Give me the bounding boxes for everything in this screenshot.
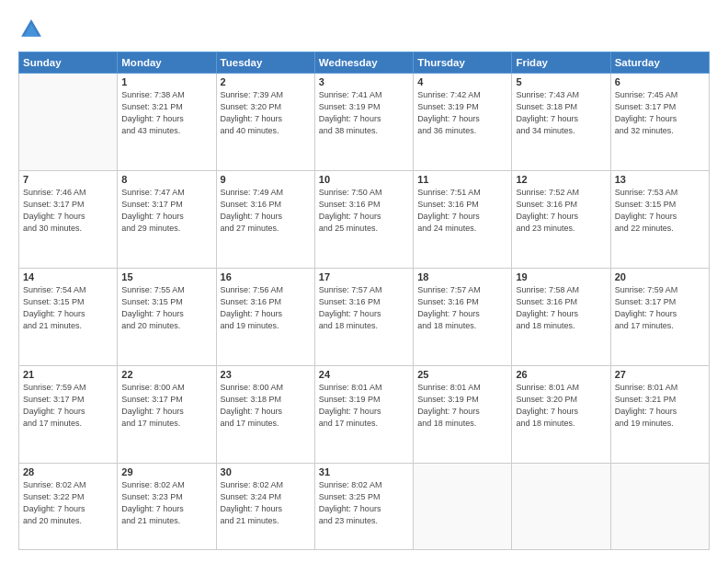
page: SundayMondayTuesdayWednesdayThursdayFrid… bbox=[0, 0, 728, 563]
day-info: Sunrise: 7:51 AM Sunset: 3:16 PM Dayligh… bbox=[417, 187, 507, 235]
weekday-header-thursday: Thursday bbox=[414, 52, 512, 74]
day-info: Sunrise: 7:57 AM Sunset: 3:16 PM Dayligh… bbox=[417, 284, 507, 332]
day-number: 14 bbox=[23, 271, 113, 282]
day-info: Sunrise: 7:49 AM Sunset: 3:16 PM Dayligh… bbox=[221, 187, 311, 235]
day-number: 20 bbox=[615, 271, 705, 282]
calendar-cell: 13Sunrise: 7:53 AM Sunset: 3:15 PM Dayli… bbox=[610, 171, 709, 269]
day-info: Sunrise: 7:45 AM Sunset: 3:17 PM Dayligh… bbox=[615, 89, 705, 137]
day-number: 3 bbox=[319, 76, 409, 87]
day-info: Sunrise: 8:02 AM Sunset: 3:25 PM Dayligh… bbox=[319, 479, 409, 527]
day-info: Sunrise: 8:00 AM Sunset: 3:17 PM Dayligh… bbox=[121, 382, 211, 430]
day-info: Sunrise: 8:02 AM Sunset: 3:24 PM Dayligh… bbox=[221, 479, 311, 527]
calendar-cell bbox=[610, 464, 709, 550]
day-info: Sunrise: 7:53 AM Sunset: 3:15 PM Dayligh… bbox=[615, 187, 705, 235]
calendar-cell: 2Sunrise: 7:39 AM Sunset: 3:20 PM Daylig… bbox=[216, 74, 314, 171]
day-info: Sunrise: 8:01 AM Sunset: 3:20 PM Dayligh… bbox=[516, 382, 606, 430]
day-info: Sunrise: 7:59 AM Sunset: 3:17 PM Dayligh… bbox=[615, 284, 705, 332]
day-number: 16 bbox=[221, 271, 311, 282]
day-number: 25 bbox=[417, 369, 507, 380]
calendar-cell: 5Sunrise: 7:43 AM Sunset: 3:18 PM Daylig… bbox=[512, 74, 610, 171]
day-number: 11 bbox=[417, 174, 507, 185]
calendar-cell: 25Sunrise: 8:01 AM Sunset: 3:19 PM Dayli… bbox=[414, 366, 512, 464]
calendar-cell: 24Sunrise: 8:01 AM Sunset: 3:19 PM Dayli… bbox=[314, 366, 413, 464]
calendar-cell: 10Sunrise: 7:50 AM Sunset: 3:16 PM Dayli… bbox=[314, 171, 413, 269]
weekday-header-saturday: Saturday bbox=[610, 52, 709, 74]
day-number: 28 bbox=[23, 466, 113, 477]
day-number: 29 bbox=[121, 466, 211, 477]
day-info: Sunrise: 7:56 AM Sunset: 3:16 PM Dayligh… bbox=[221, 284, 311, 332]
day-number: 24 bbox=[319, 369, 409, 380]
day-info: Sunrise: 7:41 AM Sunset: 3:19 PM Dayligh… bbox=[319, 89, 409, 137]
day-info: Sunrise: 7:54 AM Sunset: 3:15 PM Dayligh… bbox=[23, 284, 113, 332]
day-number: 8 bbox=[121, 174, 211, 185]
calendar-cell: 23Sunrise: 8:00 AM Sunset: 3:18 PM Dayli… bbox=[216, 366, 314, 464]
calendar-cell: 16Sunrise: 7:56 AM Sunset: 3:16 PM Dayli… bbox=[216, 269, 314, 366]
header bbox=[18, 17, 710, 42]
week-row-4: 28Sunrise: 8:02 AM Sunset: 3:22 PM Dayli… bbox=[19, 464, 710, 550]
calendar-cell: 26Sunrise: 8:01 AM Sunset: 3:20 PM Dayli… bbox=[512, 366, 610, 464]
day-info: Sunrise: 7:52 AM Sunset: 3:16 PM Dayligh… bbox=[516, 187, 606, 235]
calendar-cell: 11Sunrise: 7:51 AM Sunset: 3:16 PM Dayli… bbox=[414, 171, 512, 269]
calendar-cell bbox=[19, 74, 118, 171]
calendar-cell: 14Sunrise: 7:54 AM Sunset: 3:15 PM Dayli… bbox=[19, 269, 118, 366]
day-number: 27 bbox=[615, 369, 705, 380]
day-number: 23 bbox=[221, 369, 311, 380]
calendar-cell: 30Sunrise: 8:02 AM Sunset: 3:24 PM Dayli… bbox=[216, 464, 314, 550]
day-info: Sunrise: 8:01 AM Sunset: 3:19 PM Dayligh… bbox=[319, 382, 409, 430]
week-row-3: 21Sunrise: 7:59 AM Sunset: 3:17 PM Dayli… bbox=[19, 366, 710, 464]
calendar-cell: 28Sunrise: 8:02 AM Sunset: 3:22 PM Dayli… bbox=[19, 464, 118, 550]
day-info: Sunrise: 7:47 AM Sunset: 3:17 PM Dayligh… bbox=[121, 187, 211, 235]
calendar-cell: 27Sunrise: 8:01 AM Sunset: 3:21 PM Dayli… bbox=[610, 366, 709, 464]
day-info: Sunrise: 7:39 AM Sunset: 3:20 PM Dayligh… bbox=[221, 89, 311, 137]
calendar-cell: 4Sunrise: 7:42 AM Sunset: 3:19 PM Daylig… bbox=[414, 74, 512, 171]
week-row-2: 14Sunrise: 7:54 AM Sunset: 3:15 PM Dayli… bbox=[19, 269, 710, 366]
day-number: 12 bbox=[516, 174, 606, 185]
weekday-header-monday: Monday bbox=[118, 52, 216, 74]
day-number: 6 bbox=[615, 76, 705, 87]
calendar-cell: 12Sunrise: 7:52 AM Sunset: 3:16 PM Dayli… bbox=[512, 171, 610, 269]
calendar-cell: 3Sunrise: 7:41 AM Sunset: 3:19 PM Daylig… bbox=[314, 74, 413, 171]
calendar-cell: 21Sunrise: 7:59 AM Sunset: 3:17 PM Dayli… bbox=[19, 366, 118, 464]
calendar-cell: 29Sunrise: 8:02 AM Sunset: 3:23 PM Dayli… bbox=[118, 464, 216, 550]
calendar-cell: 20Sunrise: 7:59 AM Sunset: 3:17 PM Dayli… bbox=[610, 269, 709, 366]
day-info: Sunrise: 8:01 AM Sunset: 3:19 PM Dayligh… bbox=[417, 382, 507, 430]
day-number: 2 bbox=[221, 76, 311, 87]
day-info: Sunrise: 7:42 AM Sunset: 3:19 PM Dayligh… bbox=[417, 89, 507, 137]
calendar-cell: 22Sunrise: 8:00 AM Sunset: 3:17 PM Dayli… bbox=[118, 366, 216, 464]
day-info: Sunrise: 7:43 AM Sunset: 3:18 PM Dayligh… bbox=[516, 89, 606, 137]
calendar-cell: 8Sunrise: 7:47 AM Sunset: 3:17 PM Daylig… bbox=[118, 171, 216, 269]
weekday-header-friday: Friday bbox=[512, 52, 610, 74]
week-row-0: 1Sunrise: 7:38 AM Sunset: 3:21 PM Daylig… bbox=[19, 74, 710, 171]
day-number: 21 bbox=[23, 369, 113, 380]
day-number: 26 bbox=[516, 369, 606, 380]
calendar-cell: 15Sunrise: 7:55 AM Sunset: 3:15 PM Dayli… bbox=[118, 269, 216, 366]
day-number: 17 bbox=[319, 271, 409, 282]
calendar-cell bbox=[414, 464, 512, 550]
weekday-header-row: SundayMondayTuesdayWednesdayThursdayFrid… bbox=[19, 52, 710, 74]
day-info: Sunrise: 7:55 AM Sunset: 3:15 PM Dayligh… bbox=[121, 284, 211, 332]
day-number: 1 bbox=[121, 76, 211, 87]
day-number: 7 bbox=[23, 174, 113, 185]
calendar-table: SundayMondayTuesdayWednesdayThursdayFrid… bbox=[18, 52, 710, 550]
day-info: Sunrise: 7:59 AM Sunset: 3:17 PM Dayligh… bbox=[23, 382, 113, 430]
calendar-cell: 18Sunrise: 7:57 AM Sunset: 3:16 PM Dayli… bbox=[414, 269, 512, 366]
day-info: Sunrise: 8:02 AM Sunset: 3:23 PM Dayligh… bbox=[121, 479, 211, 527]
day-info: Sunrise: 7:58 AM Sunset: 3:16 PM Dayligh… bbox=[516, 284, 606, 332]
day-number: 4 bbox=[417, 76, 507, 87]
day-number: 22 bbox=[121, 369, 211, 380]
day-number: 5 bbox=[516, 76, 606, 87]
calendar-cell: 9Sunrise: 7:49 AM Sunset: 3:16 PM Daylig… bbox=[216, 171, 314, 269]
day-info: Sunrise: 8:02 AM Sunset: 3:22 PM Dayligh… bbox=[23, 479, 113, 527]
weekday-header-tuesday: Tuesday bbox=[216, 52, 314, 74]
day-number: 31 bbox=[319, 466, 409, 477]
day-info: Sunrise: 8:01 AM Sunset: 3:21 PM Dayligh… bbox=[615, 382, 705, 430]
logo bbox=[18, 17, 48, 42]
logo-icon bbox=[18, 17, 44, 42]
weekday-header-sunday: Sunday bbox=[19, 52, 118, 74]
day-number: 9 bbox=[221, 174, 311, 185]
weekday-header-wednesday: Wednesday bbox=[314, 52, 413, 74]
day-info: Sunrise: 7:46 AM Sunset: 3:17 PM Dayligh… bbox=[23, 187, 113, 235]
calendar-cell: 17Sunrise: 7:57 AM Sunset: 3:16 PM Dayli… bbox=[314, 269, 413, 366]
calendar-cell: 6Sunrise: 7:45 AM Sunset: 3:17 PM Daylig… bbox=[610, 74, 709, 171]
calendar-cell: 1Sunrise: 7:38 AM Sunset: 3:21 PM Daylig… bbox=[118, 74, 216, 171]
